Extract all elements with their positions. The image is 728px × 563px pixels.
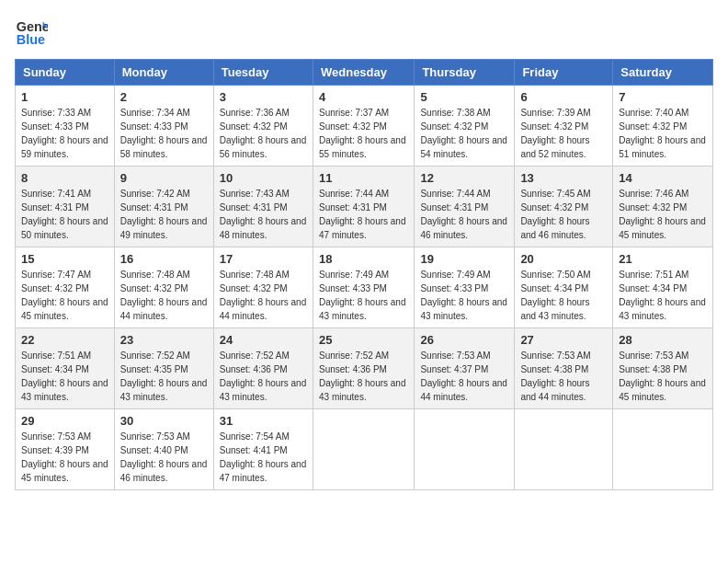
day-number: 31 xyxy=(220,414,307,428)
day-number: 28 xyxy=(619,333,707,347)
day-info: Sunrise: 7:44 AMSunset: 4:31 PMDaylight:… xyxy=(319,187,408,242)
day-number: 12 xyxy=(420,171,508,185)
calendar-week-1: 1Sunrise: 7:33 AMSunset: 4:33 PMDaylight… xyxy=(16,86,713,167)
day-info: Sunrise: 7:50 AMSunset: 4:34 PMDaylight:… xyxy=(520,268,607,323)
day-info: Sunrise: 7:52 AMSunset: 4:36 PMDaylight:… xyxy=(319,349,408,404)
calendar-cell: 22Sunrise: 7:51 AMSunset: 4:34 PMDayligh… xyxy=(16,328,115,409)
day-info: Sunrise: 7:46 AMSunset: 4:32 PMDaylight:… xyxy=(619,187,707,242)
calendar-cell: 17Sunrise: 7:48 AMSunset: 4:32 PMDayligh… xyxy=(213,247,313,328)
day-info: Sunrise: 7:33 AMSunset: 4:33 PMDaylight:… xyxy=(21,106,108,161)
day-number: 3 xyxy=(220,90,307,104)
day-number: 24 xyxy=(220,333,307,347)
calendar-cell xyxy=(313,409,414,490)
day-info: Sunrise: 7:52 AMSunset: 4:36 PMDaylight:… xyxy=(220,349,307,404)
day-info: Sunrise: 7:53 AMSunset: 4:37 PMDaylight:… xyxy=(420,349,508,404)
calendar-cell: 26Sunrise: 7:53 AMSunset: 4:37 PMDayligh… xyxy=(415,328,515,409)
calendar-cell: 19Sunrise: 7:49 AMSunset: 4:33 PMDayligh… xyxy=(415,247,515,328)
calendar-week-5: 29Sunrise: 7:53 AMSunset: 4:39 PMDayligh… xyxy=(16,409,713,490)
day-number: 26 xyxy=(420,333,508,347)
calendar-cell: 20Sunrise: 7:50 AMSunset: 4:34 PMDayligh… xyxy=(515,247,613,328)
day-info: Sunrise: 7:52 AMSunset: 4:35 PMDaylight:… xyxy=(120,349,208,404)
weekday-header-tuesday: Tuesday xyxy=(213,60,313,86)
day-number: 13 xyxy=(520,171,607,185)
weekday-header-saturday: Saturday xyxy=(613,60,713,86)
day-number: 27 xyxy=(520,333,607,347)
calendar-cell: 15Sunrise: 7:47 AMSunset: 4:32 PMDayligh… xyxy=(16,247,115,328)
calendar-cell: 13Sunrise: 7:45 AMSunset: 4:32 PMDayligh… xyxy=(515,167,613,247)
calendar-cell: 27Sunrise: 7:53 AMSunset: 4:38 PMDayligh… xyxy=(515,328,613,409)
day-info: Sunrise: 7:49 AMSunset: 4:33 PMDaylight:… xyxy=(420,268,508,323)
calendar-cell xyxy=(613,409,713,490)
day-number: 16 xyxy=(120,252,208,266)
day-number: 15 xyxy=(21,252,108,266)
day-info: Sunrise: 7:53 AMSunset: 4:38 PMDaylight:… xyxy=(520,349,607,404)
day-number: 2 xyxy=(120,90,208,104)
day-number: 9 xyxy=(120,171,208,185)
day-info: Sunrise: 7:47 AMSunset: 4:32 PMDaylight:… xyxy=(21,268,108,323)
logo: General Blue xyxy=(15,15,48,48)
calendar-cell: 14Sunrise: 7:46 AMSunset: 4:32 PMDayligh… xyxy=(613,167,713,247)
day-info: Sunrise: 7:49 AMSunset: 4:33 PMDaylight:… xyxy=(319,268,408,323)
day-number: 11 xyxy=(319,171,408,185)
calendar-cell: 11Sunrise: 7:44 AMSunset: 4:31 PMDayligh… xyxy=(313,167,414,247)
day-info: Sunrise: 7:54 AMSunset: 4:41 PMDaylight:… xyxy=(220,430,307,485)
calendar-cell: 31Sunrise: 7:54 AMSunset: 4:41 PMDayligh… xyxy=(213,409,313,490)
day-info: Sunrise: 7:39 AMSunset: 4:32 PMDaylight:… xyxy=(520,106,607,161)
calendar-cell: 29Sunrise: 7:53 AMSunset: 4:39 PMDayligh… xyxy=(16,409,115,490)
day-info: Sunrise: 7:36 AMSunset: 4:32 PMDaylight:… xyxy=(220,106,307,161)
calendar-cell: 28Sunrise: 7:53 AMSunset: 4:38 PMDayligh… xyxy=(613,328,713,409)
day-info: Sunrise: 7:38 AMSunset: 4:32 PMDaylight:… xyxy=(420,106,508,161)
day-info: Sunrise: 7:48 AMSunset: 4:32 PMDaylight:… xyxy=(120,268,208,323)
calendar-cell: 2Sunrise: 7:34 AMSunset: 4:33 PMDaylight… xyxy=(114,86,213,167)
day-number: 23 xyxy=(120,333,208,347)
calendar-week-3: 15Sunrise: 7:47 AMSunset: 4:32 PMDayligh… xyxy=(16,247,713,328)
day-number: 19 xyxy=(420,252,508,266)
calendar-cell: 8Sunrise: 7:41 AMSunset: 4:31 PMDaylight… xyxy=(16,167,115,247)
day-number: 18 xyxy=(319,252,408,266)
day-info: Sunrise: 7:51 AMSunset: 4:34 PMDaylight:… xyxy=(21,349,108,404)
calendar-cell: 5Sunrise: 7:38 AMSunset: 4:32 PMDaylight… xyxy=(415,86,515,167)
day-number: 8 xyxy=(21,171,108,185)
day-number: 21 xyxy=(619,252,707,266)
day-number: 10 xyxy=(220,171,307,185)
calendar-week-2: 8Sunrise: 7:41 AMSunset: 4:31 PMDaylight… xyxy=(16,167,713,247)
day-info: Sunrise: 7:45 AMSunset: 4:32 PMDaylight:… xyxy=(520,187,607,242)
weekday-header-sunday: Sunday xyxy=(16,60,115,86)
calendar-week-4: 22Sunrise: 7:51 AMSunset: 4:34 PMDayligh… xyxy=(16,328,713,409)
calendar-cell: 24Sunrise: 7:52 AMSunset: 4:36 PMDayligh… xyxy=(213,328,313,409)
calendar-table: SundayMondayTuesdayWednesdayThursdayFrid… xyxy=(15,59,713,490)
calendar-cell: 10Sunrise: 7:43 AMSunset: 4:31 PMDayligh… xyxy=(213,167,313,247)
day-number: 6 xyxy=(520,90,607,104)
day-info: Sunrise: 7:53 AMSunset: 4:38 PMDaylight:… xyxy=(619,349,707,404)
day-number: 17 xyxy=(220,252,307,266)
day-number: 29 xyxy=(21,414,108,428)
calendar-cell: 21Sunrise: 7:51 AMSunset: 4:34 PMDayligh… xyxy=(613,247,713,328)
day-number: 7 xyxy=(619,90,707,104)
day-info: Sunrise: 7:43 AMSunset: 4:31 PMDaylight:… xyxy=(220,187,307,242)
day-number: 1 xyxy=(21,90,108,104)
svg-text:Blue: Blue xyxy=(17,32,45,47)
day-number: 4 xyxy=(319,90,408,104)
day-number: 30 xyxy=(120,414,208,428)
weekday-header-monday: Monday xyxy=(114,60,213,86)
day-info: Sunrise: 7:44 AMSunset: 4:31 PMDaylight:… xyxy=(420,187,508,242)
weekday-header-friday: Friday xyxy=(515,60,613,86)
calendar-cell: 16Sunrise: 7:48 AMSunset: 4:32 PMDayligh… xyxy=(114,247,213,328)
day-number: 25 xyxy=(319,333,408,347)
day-info: Sunrise: 7:42 AMSunset: 4:31 PMDaylight:… xyxy=(120,187,208,242)
day-info: Sunrise: 7:34 AMSunset: 4:33 PMDaylight:… xyxy=(120,106,208,161)
weekday-header-wednesday: Wednesday xyxy=(313,60,414,86)
page-header: General Blue xyxy=(15,15,713,48)
day-info: Sunrise: 7:53 AMSunset: 4:39 PMDaylight:… xyxy=(21,430,108,485)
day-info: Sunrise: 7:37 AMSunset: 4:32 PMDaylight:… xyxy=(319,106,408,161)
calendar-cell: 1Sunrise: 7:33 AMSunset: 4:33 PMDaylight… xyxy=(16,86,115,167)
day-number: 14 xyxy=(619,171,707,185)
day-info: Sunrise: 7:40 AMSunset: 4:32 PMDaylight:… xyxy=(619,106,707,161)
calendar-cell: 7Sunrise: 7:40 AMSunset: 4:32 PMDaylight… xyxy=(613,86,713,167)
day-number: 20 xyxy=(520,252,607,266)
day-number: 5 xyxy=(420,90,508,104)
calendar-cell xyxy=(515,409,613,490)
day-info: Sunrise: 7:53 AMSunset: 4:40 PMDaylight:… xyxy=(120,430,208,485)
calendar-cell: 12Sunrise: 7:44 AMSunset: 4:31 PMDayligh… xyxy=(415,167,515,247)
day-info: Sunrise: 7:48 AMSunset: 4:32 PMDaylight:… xyxy=(220,268,307,323)
